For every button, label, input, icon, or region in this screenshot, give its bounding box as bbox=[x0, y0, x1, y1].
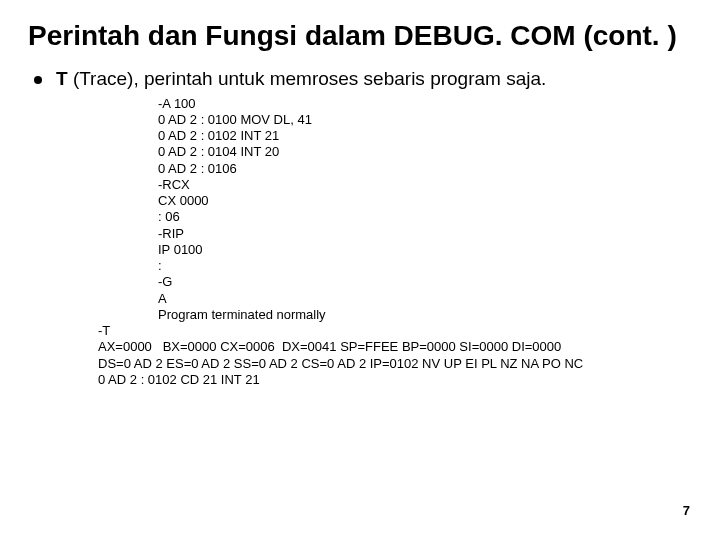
bullet-rest: (Trace), perintah untuk memroses sebaris… bbox=[68, 68, 547, 89]
bullet-icon bbox=[34, 76, 42, 84]
command-letter: T bbox=[56, 68, 68, 89]
slide-title: Perintah dan Fungsi dalam DEBUG. COM (co… bbox=[28, 18, 692, 53]
code-block-indented: -A 100 0 AD 2 : 0100 MOV DL, 41 0 AD 2 :… bbox=[158, 96, 692, 324]
page-number: 7 bbox=[683, 503, 690, 518]
bullet-text: T (Trace), perintah untuk memroses sebar… bbox=[56, 67, 546, 92]
bullet-item: T (Trace), perintah untuk memroses sebar… bbox=[34, 67, 692, 92]
code-block-wide: -T AX=0000 BX=0000 CX=0006 DX=0041 SP=FF… bbox=[98, 323, 692, 388]
